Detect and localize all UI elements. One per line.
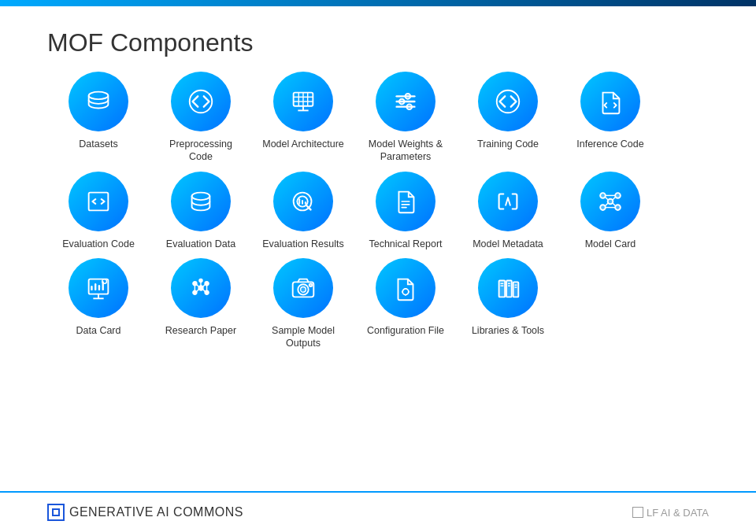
inference-code-label: Inference Code xyxy=(576,138,643,150)
component-research-paper: Research Paper xyxy=(150,258,252,337)
svg-line-57 xyxy=(202,289,206,292)
component-inference-code: Inference Code xyxy=(559,72,662,150)
training-code-label: Training Code xyxy=(477,138,539,150)
svg-point-63 xyxy=(309,283,313,286)
svg-point-29 xyxy=(600,193,606,198)
component-technical-report: Technical Report xyxy=(354,172,457,250)
top-bar xyxy=(0,0,756,6)
configuration-file-icon xyxy=(376,258,435,318)
footer: GENERATIVE AI COMMONS LF AI & DATA xyxy=(0,491,756,532)
component-libraries-tools: Libraries & Tools xyxy=(457,258,559,337)
component-sample-model-outputs: Sample Model Outputs xyxy=(252,258,354,350)
component-model-card: Model Card xyxy=(559,172,662,250)
svg-point-62 xyxy=(301,286,306,292)
sample-model-outputs-label: Sample Model Outputs xyxy=(260,324,346,350)
datasets-label: Datasets xyxy=(79,138,117,150)
component-model-weights: Model Weights & Parameters xyxy=(354,72,457,164)
configuration-file-label: Configuration File xyxy=(367,324,444,337)
datasets-icon xyxy=(69,72,128,131)
lf-icon xyxy=(632,507,643,518)
libraries-tools-icon xyxy=(478,258,538,318)
evaluation-results-icon xyxy=(273,172,333,231)
sample-model-outputs-icon xyxy=(273,258,333,318)
svg-line-36 xyxy=(613,202,616,205)
model-architecture-icon xyxy=(273,72,333,131)
preprocessing-code-icon xyxy=(171,72,231,131)
svg-point-32 xyxy=(615,205,621,210)
svg-line-35 xyxy=(605,202,608,205)
svg-line-34 xyxy=(613,197,616,200)
data-card-label: Data Card xyxy=(76,324,121,337)
svg-line-55 xyxy=(202,284,206,287)
component-model-architecture: Model Architecture xyxy=(252,72,354,150)
preprocessing-code-label: Preprocessing Code xyxy=(158,138,244,164)
training-code-icon xyxy=(478,72,538,131)
svg-point-15 xyxy=(406,104,412,109)
logo-box-icon xyxy=(47,504,65,521)
evaluation-results-label: Evaluation Results xyxy=(262,238,344,250)
component-datasets: Datasets xyxy=(47,72,150,150)
model-weights-icon xyxy=(376,72,435,131)
svg-point-52 xyxy=(199,279,202,282)
footer-logo: GENERATIVE AI COMMONS xyxy=(47,504,243,521)
data-card-icon xyxy=(69,258,128,318)
component-evaluation-results: Evaluation Results xyxy=(252,172,354,250)
svg-point-30 xyxy=(615,193,621,198)
svg-line-56 xyxy=(196,289,199,292)
logo-box-inner-icon xyxy=(52,508,60,516)
evaluation-data-icon xyxy=(171,172,231,231)
footer-right-text: LF AI & DATA xyxy=(647,507,709,519)
page-title: MOF Components xyxy=(0,6,756,72)
model-metadata-icon xyxy=(478,172,538,231)
component-data-card: Data Card xyxy=(47,258,150,337)
components-grid: DatasetsPreprocessing CodeModel Architec… xyxy=(0,72,756,349)
svg-point-13 xyxy=(406,94,411,99)
footer-brand-suffix: COMMONS xyxy=(173,505,243,519)
libraries-tools-label: Libraries & Tools xyxy=(472,324,544,337)
component-evaluation-data: Evaluation Data xyxy=(150,172,252,250)
component-configuration-file: Configuration File xyxy=(354,258,457,337)
footer-brand-prefix: GENERATIVE AI xyxy=(69,505,173,519)
model-architecture-label: Model Architecture xyxy=(262,138,344,150)
research-paper-icon xyxy=(171,258,231,318)
model-card-label: Model Card xyxy=(585,238,636,250)
inference-code-icon xyxy=(580,72,640,131)
svg-point-28 xyxy=(608,198,613,204)
technical-report-icon xyxy=(376,172,435,231)
svg-point-18 xyxy=(192,192,210,200)
svg-point-31 xyxy=(600,205,606,210)
model-card-icon xyxy=(580,172,640,231)
evaluation-code-icon xyxy=(69,172,128,231)
footer-brand-text: GENERATIVE AI COMMONS xyxy=(69,505,243,519)
svg-point-64 xyxy=(402,289,409,295)
grid-row-1: Evaluation CodeEvaluation DataEvaluation… xyxy=(47,172,709,250)
component-evaluation-code: Evaluation Code xyxy=(47,172,150,250)
research-paper-label: Research Paper xyxy=(165,324,236,337)
grid-row-2: Data CardResearch PaperSample Model Outp… xyxy=(47,258,709,350)
footer-right-logo: LF AI & DATA xyxy=(632,507,709,519)
svg-point-14 xyxy=(399,99,405,105)
evaluation-data-label: Evaluation Data xyxy=(166,238,235,250)
component-preprocessing-code: Preprocessing Code xyxy=(150,72,252,164)
component-model-metadata: Model Metadata xyxy=(457,172,559,250)
svg-rect-71 xyxy=(513,282,519,297)
svg-line-54 xyxy=(196,284,199,287)
component-training-code: Training Code xyxy=(457,72,559,150)
technical-report-label: Technical Report xyxy=(369,238,442,250)
evaluation-code-label: Evaluation Code xyxy=(62,238,135,250)
svg-point-0 xyxy=(89,92,109,100)
model-weights-label: Model Weights & Parameters xyxy=(362,138,449,164)
svg-line-33 xyxy=(605,197,608,200)
grid-row-0: DatasetsPreprocessing CodeModel Architec… xyxy=(47,72,709,164)
model-metadata-label: Model Metadata xyxy=(472,238,543,250)
